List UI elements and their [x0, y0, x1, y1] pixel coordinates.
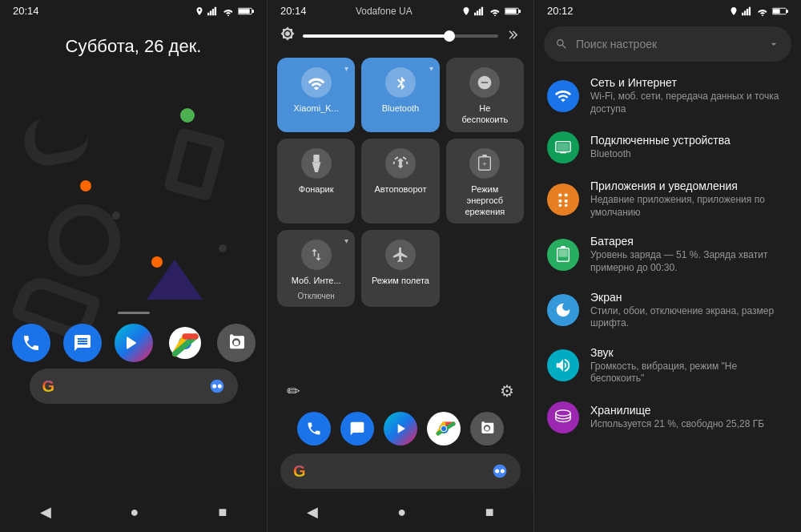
qs-tile-bluetooth[interactable]: Bluetooth ▾ [361, 58, 439, 132]
svg-rect-3 [215, 6, 216, 15]
wifi-chevron[interactable]: ▾ [344, 64, 348, 73]
qs-settings-icon[interactable]: ⚙ [500, 381, 514, 401]
rotate-tile-icon [385, 148, 416, 179]
settings-item-display[interactable]: Экран Стили, обои, отключение экрана, ра… [534, 283, 801, 338]
svg-rect-45 [559, 250, 568, 257]
battery-icon-settings [772, 6, 788, 16]
network-text: Сеть и Интернет Wi-Fi, моб. сети, переда… [590, 76, 788, 115]
wifi-icon-settings [756, 6, 769, 16]
bt-tile-icon [385, 67, 416, 98]
settings-search-placeholder: Поиск настроек [576, 38, 759, 50]
qs-edit-icon[interactable]: ✏ [287, 381, 300, 401]
settings-status-bar: 20:12 [534, 0, 801, 20]
settings-item-sound[interactable]: Звук Громкость, вибрация, режим "Не бесп… [534, 338, 801, 393]
svg-rect-41 [557, 143, 570, 151]
qs-tile-dnd[interactable]: Небеспокоить [446, 58, 524, 132]
storage-text: Хранилище Используется 21 %, свободно 25… [590, 404, 788, 431]
app-dock: G [0, 312, 267, 404]
settings-search-expand[interactable] [767, 38, 780, 50]
home-button-qs[interactable]: ● [397, 504, 406, 521]
strip-messages[interactable] [340, 412, 374, 445]
qs-search-bar[interactable]: G [280, 453, 521, 489]
svg-point-11 [210, 380, 223, 393]
bt-chevron[interactable]: ▾ [429, 64, 433, 73]
settings-search-box[interactable]: Поиск настроек [544, 26, 791, 62]
display-icon-wrap [547, 294, 579, 326]
display-text: Экран Стили, обои, отключение экрана, ра… [590, 291, 788, 330]
back-button-qs[interactable]: ◀ [307, 503, 318, 521]
svg-rect-2 [212, 9, 214, 15]
svg-rect-33 [742, 12, 743, 15]
qs-status-bar: 20:14 Vodafone UA [268, 0, 533, 20]
svg-rect-24 [483, 155, 488, 157]
apps-icon-wrap [547, 183, 579, 216]
qs-tile-wifi[interactable]: Xiaomi_K... ▾ [277, 58, 355, 132]
brightness-slider[interactable] [303, 34, 498, 38]
recents-button-home[interactable]: ■ [219, 504, 227, 521]
search-bar[interactable]: G [30, 369, 238, 404]
strip-chrome[interactable] [427, 412, 461, 445]
svg-rect-34 [744, 10, 746, 15]
dot-dark-2 [112, 212, 120, 220]
storage-subtitle: Используется 21 %, свободно 25,28 ГБ [590, 418, 788, 431]
home-content: Суббота, 26 дек. [0, 20, 267, 492]
svg-rect-35 [747, 9, 748, 15]
svg-rect-16 [479, 9, 481, 15]
battery-icon-wrap [547, 239, 579, 271]
batt-tile-label: Режим энергосб ережения [454, 183, 516, 218]
dock-icon-messages[interactable] [63, 324, 102, 362]
apps-title: Приложения и уведомления [590, 179, 788, 192]
devices-title: Подключенные устройства [590, 134, 788, 147]
settings-item-network[interactable]: Сеть и Интернет Wi-Fi, моб. сети, переда… [534, 68, 801, 123]
network-icon-wrap [547, 80, 579, 112]
drawer-hint[interactable] [118, 312, 150, 314]
dock-icon-play[interactable] [115, 324, 153, 362]
home-button-home[interactable]: ● [131, 504, 139, 521]
battery-title: Батарея [590, 235, 788, 248]
settings-item-apps[interactable]: Приложения и уведомления Недавние прилож… [534, 171, 801, 227]
battery-icon-qs [505, 6, 521, 16]
qs-app-strip [268, 407, 533, 450]
brightness-fill [303, 34, 449, 38]
storage-icon-wrap [547, 401, 579, 433]
dock-icon-chrome[interactable] [166, 324, 204, 362]
back-button-home[interactable]: ◀ [40, 503, 51, 521]
data-chevron[interactable]: ▾ [344, 236, 348, 245]
network-subtitle: Wi-Fi, моб. сети, передача данных и точк… [590, 91, 788, 115]
devices-icon-wrap [547, 131, 579, 163]
data-tile-label: Моб. Инте... [292, 275, 341, 286]
qs-tile-airplane[interactable]: Режим полета [361, 230, 439, 306]
qs-tiles-grid: Xiaomi_K... ▾ Bluetooth ▾ Небеспокоить Ф… [268, 51, 533, 313]
wifi-tile-label: Xiaomi_K... [294, 103, 339, 114]
settings-item-battery[interactable]: Батарея Уровень заряда — 51 %. Заряда хв… [534, 227, 801, 282]
qs-assistant-icon [492, 463, 508, 479]
strip-play[interactable] [384, 412, 417, 445]
settings-item-storage[interactable]: Хранилище Используется 21 %, свободно 25… [534, 393, 801, 441]
location-icon-settings [729, 6, 739, 16]
wifi-icon-qs [489, 6, 501, 16]
qs-tile-battery[interactable]: + Режим энергосб ережения [446, 139, 524, 224]
status-icons-qs [461, 6, 521, 16]
recents-button-qs[interactable]: ■ [485, 504, 494, 521]
dock-icon-camera[interactable] [217, 324, 256, 362]
strip-phone[interactable] [297, 412, 331, 445]
qs-bottom-bar: ✏ ⚙ [268, 375, 533, 407]
google-g: G [42, 377, 55, 396]
dot-dark-1 [219, 244, 227, 252]
strip-camera[interactable] [470, 412, 504, 445]
settings-item-devices[interactable]: Подключенные устройства Bluetooth [534, 123, 801, 171]
wifi-icon-home [222, 6, 235, 16]
dock-icon-phone[interactable] [12, 324, 50, 362]
data-tile-sub: Отключен [298, 292, 335, 300]
qs-tile-mobiledata[interactable]: Моб. Инте... Отключен ▾ [277, 230, 355, 306]
svg-rect-6 [252, 10, 255, 13]
svg-point-29 [441, 426, 446, 431]
qs-tile-flashlight[interactable]: Фонарик [277, 139, 355, 224]
dot-orange-1 [80, 180, 91, 191]
battery-subtitle: Уровень заряда — 51 %. Заряда хватит при… [590, 249, 788, 274]
qs-tile-autorotate[interactable]: Автоповорот [361, 139, 439, 224]
display-subtitle: Стили, обои, отключение экрана, размер ш… [590, 305, 788, 330]
qs-carrier: Vodafone UA [356, 6, 413, 17]
svg-rect-14 [474, 12, 476, 15]
home-screen-panel: 20:14 Суббота, 26 дек. [0, 0, 267, 532]
